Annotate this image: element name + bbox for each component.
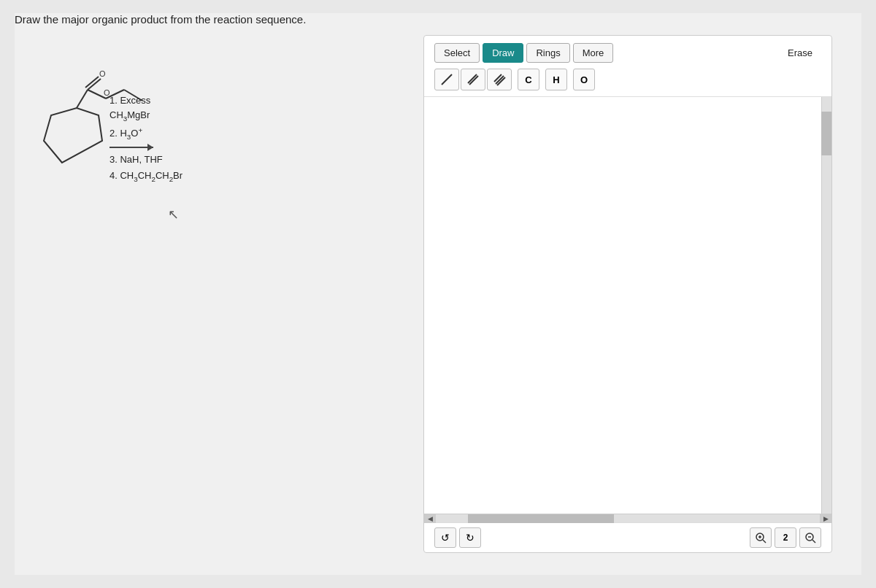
reaction-block: 1. Excess CH3MgBr 2. H3O+ 3. NaH, THF 4.… (110, 93, 190, 185)
zoom-in-button[interactable] (750, 527, 772, 548)
horizontal-scrollbar: ◀ ▶ (424, 514, 831, 522)
step3: 3. NaH, THF (110, 152, 190, 167)
double-bond-button[interactable] (461, 69, 485, 90)
rings-button[interactable]: Rings (526, 43, 569, 63)
scroll-right-button[interactable]: ▶ (820, 514, 831, 523)
hydrogen-button[interactable]: H (545, 69, 567, 90)
vertical-scrollbar-track (821, 97, 831, 514)
svg-line-20 (812, 540, 815, 543)
horizontal-scrollbar-thumb[interactable] (468, 514, 614, 523)
svg-marker-0 (44, 108, 102, 163)
content-area: O O 1. Excess CH3MgBr 2. H3O+ 3. NaH, TH… (15, 39, 861, 217)
page-container: Draw the major organic product from the … (15, 13, 861, 575)
undo-redo-group: ↺ ↻ (434, 527, 481, 548)
svg-line-9 (442, 74, 452, 85)
step4: 4. CH3CH2CH2Br (110, 169, 190, 185)
step2: 2. H3O+ (110, 125, 190, 143)
svg-line-16 (763, 540, 766, 543)
bottom-toolbar: ↺ ↻ (424, 522, 831, 552)
reaction-arrow (110, 147, 190, 148)
vertical-scrollbar-thumb[interactable] (821, 112, 831, 155)
zoom-group: 2 (750, 527, 821, 548)
draw-button[interactable]: Draw (483, 43, 523, 63)
step1: 1. Excess CH3MgBr (110, 93, 190, 124)
single-bond-button[interactable] (434, 69, 459, 90)
svg-line-12 (494, 74, 502, 82)
oxygen-button[interactable]: O (573, 69, 595, 90)
cursor-icon: ↖ (168, 206, 179, 223)
more-button[interactable]: More (573, 43, 614, 63)
redo-button[interactable]: ↻ (459, 527, 481, 548)
bond-atom-toolbar: C H O (424, 63, 831, 96)
carbon-button[interactable]: C (518, 69, 539, 90)
zoom-reset-button[interactable]: 2 (775, 527, 796, 548)
select-button[interactable]: Select (434, 43, 480, 63)
svg-text:O: O (99, 69, 106, 78)
undo-button[interactable]: ↺ (434, 527, 456, 548)
svg-line-1 (77, 90, 88, 108)
drawing-canvas[interactable] (424, 96, 831, 514)
triple-bond-button[interactable] (487, 69, 512, 90)
scroll-left-button[interactable]: ◀ (424, 514, 436, 523)
erase-button[interactable]: Erase (779, 44, 821, 62)
drawing-panel: Select Draw Rings More Erase (423, 35, 832, 553)
question-text: Draw the major organic product from the … (15, 13, 861, 26)
zoom-out-button[interactable] (799, 527, 821, 548)
top-toolbar: Select Draw Rings More Erase (424, 36, 831, 63)
